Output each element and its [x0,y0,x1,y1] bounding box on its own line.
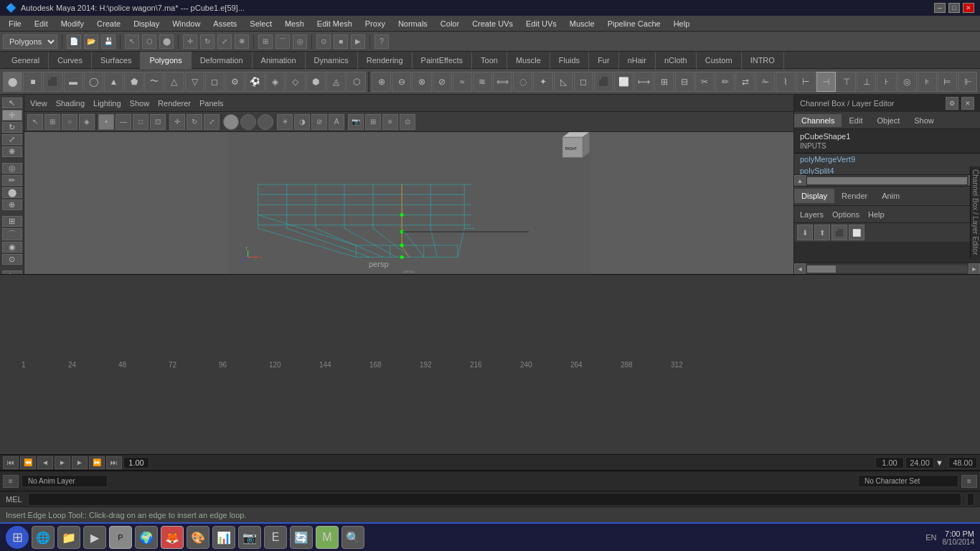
ico-offset-edge[interactable]: ⊤ [837,72,856,92]
canvas-wrapper[interactable]: X Y Z [24,132,793,274]
lt-sculpt[interactable]: ⬤ [2,187,22,198]
cmdline-result[interactable] [967,493,974,506]
mode-select[interactable]: Polygons [3,34,57,49]
ico-avg[interactable]: ≋ [473,72,492,92]
ch-tab-show[interactable]: Show [907,114,941,127]
menu-display[interactable]: Display [128,18,165,29]
tool-lasso[interactable]: ⬡ [142,34,156,49]
ico-merge[interactable]: ⊦ [877,72,896,92]
tab-deformation[interactable]: Deformation [192,52,253,69]
pb-start-frame[interactable]: 1.00 [875,457,904,468]
ico-fill[interactable]: ⬛ [594,72,613,92]
ico-collapse[interactable]: ⊥ [857,72,876,92]
taskbar-player[interactable]: ▶ [83,526,106,549]
ico-quad[interactable]: ◻ [574,72,593,92]
taskbar-firefox[interactable]: 🦊 [161,526,184,549]
vp-menu-view[interactable]: View [30,99,47,108]
vico-face[interactable]: □ [133,114,149,130]
start-button[interactable]: ⊞ [6,526,29,549]
ch-tab-object[interactable]: Object [870,114,907,127]
vico-uvs[interactable]: ⊡ [150,114,166,130]
ico-mirror[interactable]: ⟺ [493,72,512,92]
vico-component-mode[interactable]: ◈ [79,114,95,130]
taskbar-app4[interactable]: 🔄 [290,526,313,549]
menu-normals[interactable]: Normals [392,18,433,29]
ico-helix[interactable]: 〜 [144,72,164,92]
lt-select[interactable]: ↖ [2,98,22,108]
tool-save[interactable]: 💾 [101,34,116,49]
taskbar-lang[interactable]: EN [925,533,936,542]
layers-link-layers[interactable]: Layers [800,210,824,219]
menu-edit-mesh[interactable]: Edit Mesh [311,18,358,29]
ico-cleanup[interactable]: ✦ [533,72,552,92]
ico-cut[interactable]: ✂ [695,72,715,92]
ico-boolean[interactable]: ⊘ [433,72,452,92]
timeline-numbers[interactable]: 1 24 48 72 96 120 144 168 192 216 240 26… [0,274,980,455]
tab-nhair[interactable]: nHair [619,52,656,69]
ls-thumb[interactable] [807,265,836,273]
tool-open[interactable]: 📂 [84,34,98,49]
vico-object-mode[interactable]: ○ [62,114,77,130]
taskbar-colors[interactable]: 🎨 [187,526,209,549]
char-set-select[interactable]: No Character Set [858,475,958,487]
vico-vert[interactable]: • [98,114,114,130]
ico-pipe[interactable]: ◻ [205,72,225,92]
ch-close-icon[interactable]: ✕ [961,97,974,110]
ico-plane[interactable]: ▬ [64,72,83,92]
ri-btn-1[interactable]: ⬆ [814,225,830,240]
ri-btn-2[interactable]: ⬛ [831,225,847,240]
ico-gear[interactable]: ⚙ [225,72,245,92]
tab-muscle[interactable]: Muscle [507,52,550,69]
ch-tab-edit[interactable]: Edit [842,114,870,127]
vico-hierarchy[interactable]: ⊞ [44,114,60,130]
lt-snap-point[interactable]: ◉ [2,242,22,253]
tool-history[interactable]: ⊙ [316,34,331,49]
ico-paint-geom[interactable]: ✏ [715,72,735,92]
ico-cyl[interactable]: ⬛ [43,72,62,92]
vico-scale[interactable]: ⤢ [204,114,220,130]
ch-item-0[interactable]: polyMergeVert9 [794,154,980,165]
pb-range-end[interactable]: 48.00 [948,457,977,468]
tab-surfaces[interactable]: Surfaces [92,52,141,69]
anim-layer-select[interactable]: No Anim Layer [22,475,108,487]
tab-fur[interactable]: Fur [589,52,619,69]
pb-mode-icon[interactable]: ▼ [936,458,947,467]
menu-create-uvs[interactable]: Create UVs [466,18,519,29]
vico-viewport-wire[interactable] [240,114,256,130]
vp-menu-panels[interactable]: Panels [199,99,224,108]
menu-window[interactable]: Window [166,18,206,29]
ico-split[interactable]: ⊢ [796,72,816,92]
menu-pipeline-cache[interactable]: Pipeline Cache [602,18,666,29]
ico-cone[interactable]: ▲ [104,72,123,92]
taskbar-app1[interactable]: P [109,526,132,549]
tool-render[interactable]: ■ [334,34,348,49]
ico-sphere[interactable]: ⬤ [3,72,22,92]
ico-clip[interactable]: ✁ [755,72,775,92]
taskbar-maya[interactable]: M [316,526,339,549]
tool-snap-grid[interactable]: ⊞ [258,34,273,49]
ico-bevel[interactable]: ⊩ [958,72,977,92]
vico-shadow[interactable]: ◑ [294,114,310,130]
taskbar-capture[interactable]: 📷 [238,526,261,549]
tab-painteffects[interactable]: PaintEffects [413,52,473,69]
tool-ipr[interactable]: ▶ [351,34,365,49]
tool-paint[interactable]: ⬤ [159,34,174,49]
tool-move[interactable]: ✛ [183,34,197,49]
ico-edge-flow[interactable]: ⌇ [776,72,795,92]
maximize-button[interactable]: □ [948,3,960,13]
pb-end[interactable]: ⏭ [106,456,122,469]
ico-target-weld[interactable]: ◎ [897,72,917,92]
vico-aa[interactable]: A [329,114,344,130]
ls-right[interactable]: ► [969,263,980,275]
tab-curves[interactable]: Curves [49,52,92,69]
tab-dynamics[interactable]: Dynamics [306,52,358,69]
layers-link-options[interactable]: Options [832,210,859,219]
menu-help[interactable]: Help [668,18,696,29]
taskbar-app5[interactable]: 🔍 [341,526,364,549]
ico-insert-edge[interactable]: ⊣ [816,72,836,92]
tab-polygons[interactable]: Polygons [141,52,191,69]
lt-show-manip[interactable]: ⊕ [2,199,22,210]
tab-general[interactable]: General [3,52,49,69]
tab-ncloth[interactable]: nCloth [656,52,697,69]
ico-extract[interactable]: ⊗ [412,72,431,92]
